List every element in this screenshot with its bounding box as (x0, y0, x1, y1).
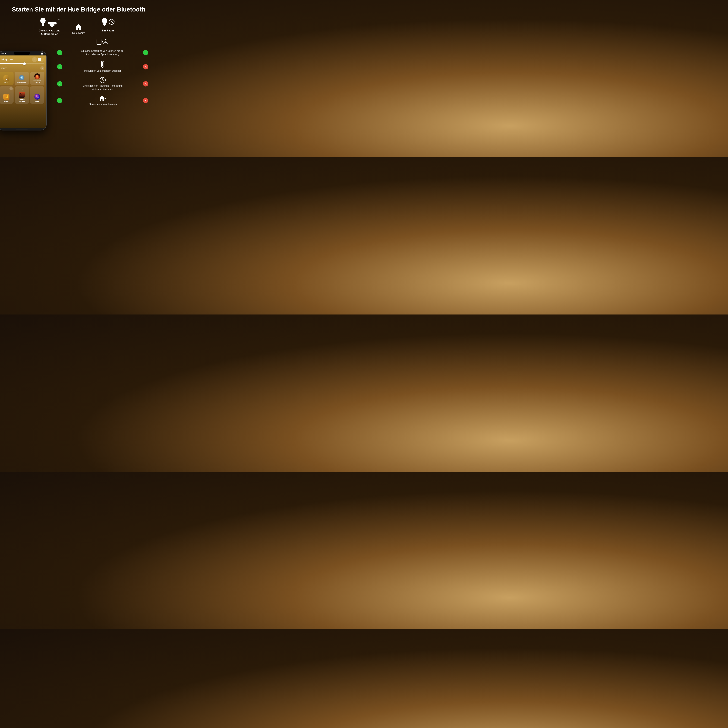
col-range: Reichweite (66, 23, 92, 35)
svg-point-40 (37, 96, 39, 98)
svg-point-38 (34, 94, 40, 99)
check-bridge-4: ✓ (52, 98, 67, 103)
check-green-icon-3: ✓ (57, 81, 62, 87)
svg-point-16 (113, 20, 114, 20)
bridge-icon-group: * (39, 17, 60, 27)
feature-3-text: Einstellen von Routinen, Timern und Auto… (80, 84, 126, 91)
svg-rect-22 (102, 64, 103, 65)
slider-thumb[interactable] (23, 63, 26, 65)
scene-name-relax: Relax (4, 100, 8, 102)
clock-icon (99, 77, 106, 83)
plus-icon: + (42, 67, 43, 70)
check-green-icon-4: ✓ (57, 98, 62, 103)
concentrate-icon (19, 75, 25, 81)
check-bluetooth-2: ✕ (138, 64, 153, 69)
bluetooth-col-label: Ein Raum (102, 29, 114, 32)
phone-home-indicator (0, 128, 46, 130)
svg-rect-21 (102, 63, 103, 64)
feature-2-content: Installation von smartem Zubehör (67, 61, 138, 73)
col-bluetooth: Ein Raum (92, 17, 124, 32)
phone-statusbar: ●●●● ▲ █▌ (0, 51, 46, 55)
edit-icon-relax: ✎ (11, 88, 12, 90)
phone-dots-button[interactable]: ··· (32, 57, 37, 62)
main-title: Starten Sie mit der Hue Bridge oder Blue… (0, 0, 157, 16)
svg-rect-13 (103, 24, 106, 25)
scene-more-tropical[interactable]: ··· (20, 88, 23, 92)
bluetooth-icon (109, 19, 115, 27)
svg-rect-27 (5, 77, 8, 79)
phone-frame: ●●●● ▲ █▌ Living room ··· (0, 51, 47, 130)
feature-1-content: Einfache Erstellung von Szenen mit der A… (67, 49, 138, 56)
phone-add-scene-button[interactable]: + (40, 66, 44, 70)
svg-point-6 (52, 23, 53, 24)
svg-point-39 (35, 95, 37, 97)
phone-header-controls: ··· (32, 57, 44, 62)
signal-indicator: ●●●● ▲ (0, 52, 6, 54)
remote-home-icon (99, 95, 106, 102)
svg-marker-10 (75, 24, 82, 30)
svg-rect-24 (102, 67, 103, 68)
scene-img-concentrate-wrap (19, 75, 25, 81)
svg-point-5 (49, 23, 50, 24)
scene-img-relax: 🌙 (3, 93, 9, 100)
svg-rect-9 (51, 26, 53, 27)
feature-row-3: ✓ Einstellen von Routinen, Timern und Au… (52, 75, 153, 93)
asterisk-symbol: * (58, 17, 60, 22)
scene-name-read: Read (5, 82, 8, 84)
scene-card-savannah[interactable]: Savannah Sunset (30, 72, 44, 85)
check-green-icon-2: ✓ (57, 64, 62, 69)
svg-point-34 (36, 75, 38, 77)
bulb-icon (39, 17, 47, 27)
svg-rect-14 (104, 25, 106, 26)
scene-name-tropical: Tropical Twilight (16, 98, 28, 102)
scene-card-relax[interactable]: ✎ 🌙 Relax (0, 86, 14, 104)
scene-card-concentrate[interactable]: Concentrate (15, 72, 29, 85)
battery-indicator: █▌ (41, 52, 43, 54)
feature-4-text: Steuerung von unterwegs (89, 102, 117, 106)
check-green-icon-1: ✓ (57, 50, 62, 55)
feature-3-content: Einstellen von Routinen, Timern und Auto… (67, 77, 138, 91)
svg-rect-1 (42, 23, 44, 24)
svg-rect-12 (103, 23, 106, 24)
slider-fill (0, 63, 24, 64)
svg-marker-26 (99, 96, 105, 101)
tropical-icon (19, 92, 25, 98)
scene-img-savannah-wrap (34, 73, 40, 80)
smart-accessory-icon (100, 61, 106, 68)
scene-edit-relax[interactable]: ✎ (9, 87, 13, 90)
relax-emoji: 🌙 (5, 95, 8, 99)
svg-rect-2 (42, 24, 44, 25)
phone-brightness-slider[interactable] (0, 63, 44, 64)
check-bluetooth-3: ✕ (138, 81, 153, 87)
dots-icon: ··· (34, 58, 35, 61)
page-wrapper: Starten Sie mit der Hue Bridge oder Blue… (0, 0, 157, 108)
scene-card-tropical[interactable]: ··· (15, 86, 29, 104)
svg-rect-20 (102, 62, 103, 63)
feature-row-2: ✓ Installation von smartem Zubehör (52, 59, 153, 75)
scene-name-concentrate: Concentrate (17, 82, 26, 84)
check-red-icon-bt-2: ✕ (143, 64, 148, 69)
check-green-icon-bt-1: ✓ (143, 50, 148, 55)
feature-4-content: Steuerung von unterwegs (67, 95, 138, 106)
nfc-voice-icon (96, 37, 109, 46)
bridge-col-label: Ganzes Haus und Außenbereich (34, 29, 66, 36)
slider-track (0, 63, 44, 64)
phone-scenes-label: SCENES (0, 67, 7, 69)
feature-1-text: Einfache Erstellung von Szenen mit der A… (80, 49, 126, 56)
col-bridge: * Ganzes Haus und Außenbereich (34, 17, 66, 36)
scene-img-read (3, 75, 9, 81)
svg-point-7 (54, 23, 55, 24)
range-col-label: Reichweite (72, 31, 85, 35)
svg-rect-23 (102, 65, 103, 66)
svg-point-18 (105, 38, 106, 40)
check-bridge-3: ✓ (52, 81, 67, 87)
phone-toggle-dot (41, 58, 44, 61)
svg-rect-17 (97, 39, 101, 44)
feature-2-text: Installation von smartem Zubehör (84, 69, 121, 73)
scene-card-read[interactable]: Read (0, 72, 14, 85)
phone-screen: Living room ··· (0, 55, 46, 128)
phone-toggle[interactable] (38, 58, 44, 61)
phone-scenes-grid: Read Concentrate (0, 72, 44, 104)
svg-rect-19 (101, 61, 104, 67)
scene-card-soho[interactable]: Soho (30, 86, 44, 104)
